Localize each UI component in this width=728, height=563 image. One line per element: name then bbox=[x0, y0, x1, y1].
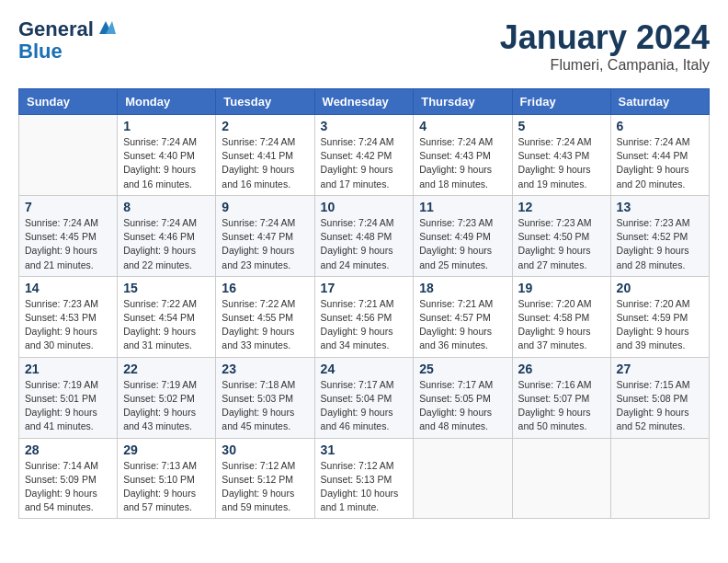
day-cell: 30Sunrise: 7:12 AM Sunset: 5:12 PM Dayli… bbox=[216, 438, 314, 519]
day-cell: 8Sunrise: 7:24 AM Sunset: 4:46 PM Daylig… bbox=[118, 195, 216, 276]
day-cell: 1Sunrise: 7:24 AM Sunset: 4:40 PM Daylig… bbox=[118, 115, 216, 196]
day-number: 1 bbox=[123, 119, 210, 133]
day-info: Sunrise: 7:17 AM Sunset: 5:05 PM Dayligh… bbox=[419, 378, 506, 434]
location: Flumeri, Campania, Italy bbox=[500, 57, 710, 74]
weekday-header-row: SundayMondayTuesdayWednesdayThursdayFrid… bbox=[19, 89, 710, 115]
day-cell: 16Sunrise: 7:22 AM Sunset: 4:55 PM Dayli… bbox=[216, 276, 314, 357]
day-info: Sunrise: 7:24 AM Sunset: 4:42 PM Dayligh… bbox=[321, 135, 408, 191]
weekday-header-saturday: Saturday bbox=[610, 89, 709, 115]
day-info: Sunrise: 7:24 AM Sunset: 4:43 PM Dayligh… bbox=[419, 135, 506, 191]
day-number: 13 bbox=[617, 200, 703, 214]
day-number: 10 bbox=[321, 200, 408, 214]
day-cell: 13Sunrise: 7:23 AM Sunset: 4:52 PM Dayli… bbox=[610, 195, 709, 276]
day-number: 5 bbox=[518, 119, 605, 133]
day-cell: 3Sunrise: 7:24 AM Sunset: 4:42 PM Daylig… bbox=[314, 115, 414, 196]
day-cell: 26Sunrise: 7:16 AM Sunset: 5:07 PM Dayli… bbox=[512, 357, 610, 438]
logo-text: General bbox=[18, 18, 94, 40]
day-info: Sunrise: 7:24 AM Sunset: 4:46 PM Dayligh… bbox=[123, 216, 210, 272]
day-cell: 10Sunrise: 7:24 AM Sunset: 4:48 PM Dayli… bbox=[314, 195, 414, 276]
day-info: Sunrise: 7:24 AM Sunset: 4:41 PM Dayligh… bbox=[222, 135, 308, 191]
day-info: Sunrise: 7:24 AM Sunset: 4:40 PM Dayligh… bbox=[123, 135, 210, 191]
day-info: Sunrise: 7:24 AM Sunset: 4:43 PM Dayligh… bbox=[518, 135, 605, 191]
week-row-5: 28Sunrise: 7:14 AM Sunset: 5:09 PM Dayli… bbox=[19, 438, 710, 519]
day-number: 14 bbox=[25, 281, 111, 295]
day-info: Sunrise: 7:14 AM Sunset: 5:09 PM Dayligh… bbox=[25, 459, 111, 515]
weekday-header-thursday: Thursday bbox=[414, 89, 512, 115]
day-info: Sunrise: 7:18 AM Sunset: 5:03 PM Dayligh… bbox=[222, 378, 308, 434]
day-cell bbox=[19, 115, 118, 196]
day-info: Sunrise: 7:22 AM Sunset: 4:54 PM Dayligh… bbox=[123, 297, 210, 353]
day-info: Sunrise: 7:23 AM Sunset: 4:52 PM Dayligh… bbox=[617, 216, 703, 272]
day-number: 2 bbox=[222, 119, 308, 133]
day-info: Sunrise: 7:13 AM Sunset: 5:10 PM Dayligh… bbox=[123, 459, 210, 515]
day-number: 29 bbox=[123, 442, 210, 457]
day-cell: 23Sunrise: 7:18 AM Sunset: 5:03 PM Dayli… bbox=[216, 357, 314, 438]
day-number: 11 bbox=[419, 200, 506, 214]
day-info: Sunrise: 7:20 AM Sunset: 4:59 PM Dayligh… bbox=[617, 297, 703, 353]
day-info: Sunrise: 7:17 AM Sunset: 5:04 PM Dayligh… bbox=[321, 378, 408, 434]
day-info: Sunrise: 7:24 AM Sunset: 4:47 PM Dayligh… bbox=[222, 216, 308, 272]
logo-icon bbox=[96, 17, 116, 38]
day-number: 19 bbox=[518, 281, 605, 295]
day-info: Sunrise: 7:24 AM Sunset: 4:45 PM Dayligh… bbox=[25, 216, 111, 272]
day-number: 9 bbox=[222, 200, 308, 214]
week-row-1: 1Sunrise: 7:24 AM Sunset: 4:40 PM Daylig… bbox=[19, 115, 710, 196]
day-cell: 28Sunrise: 7:14 AM Sunset: 5:09 PM Dayli… bbox=[19, 438, 118, 519]
day-number: 31 bbox=[321, 442, 408, 457]
day-number: 20 bbox=[617, 281, 703, 295]
day-info: Sunrise: 7:24 AM Sunset: 4:48 PM Dayligh… bbox=[321, 216, 408, 272]
day-number: 16 bbox=[222, 281, 308, 295]
day-cell: 22Sunrise: 7:19 AM Sunset: 5:02 PM Dayli… bbox=[118, 357, 216, 438]
day-number: 8 bbox=[123, 200, 210, 214]
day-info: Sunrise: 7:19 AM Sunset: 5:01 PM Dayligh… bbox=[25, 378, 111, 434]
day-cell bbox=[512, 438, 610, 519]
day-cell: 7Sunrise: 7:24 AM Sunset: 4:45 PM Daylig… bbox=[19, 195, 118, 276]
day-info: Sunrise: 7:23 AM Sunset: 4:50 PM Dayligh… bbox=[518, 216, 605, 272]
day-cell: 19Sunrise: 7:20 AM Sunset: 4:58 PM Dayli… bbox=[512, 276, 610, 357]
logo: General Blue bbox=[18, 18, 116, 63]
day-info: Sunrise: 7:20 AM Sunset: 4:58 PM Dayligh… bbox=[518, 297, 605, 353]
day-cell: 31Sunrise: 7:12 AM Sunset: 5:13 PM Dayli… bbox=[314, 438, 414, 519]
day-cell: 14Sunrise: 7:23 AM Sunset: 4:53 PM Dayli… bbox=[19, 276, 118, 357]
weekday-header-sunday: Sunday bbox=[19, 89, 118, 115]
day-info: Sunrise: 7:21 AM Sunset: 4:56 PM Dayligh… bbox=[321, 297, 408, 353]
day-number: 3 bbox=[321, 119, 408, 133]
day-info: Sunrise: 7:12 AM Sunset: 5:13 PM Dayligh… bbox=[321, 459, 408, 515]
day-cell: 11Sunrise: 7:23 AM Sunset: 4:49 PM Dayli… bbox=[414, 195, 512, 276]
day-number: 7 bbox=[25, 200, 111, 214]
day-cell: 27Sunrise: 7:15 AM Sunset: 5:08 PM Dayli… bbox=[610, 357, 709, 438]
page-header: General Blue January 2024 Flumeri, Campa… bbox=[18, 18, 710, 74]
week-row-2: 7Sunrise: 7:24 AM Sunset: 4:45 PM Daylig… bbox=[19, 195, 710, 276]
day-number: 18 bbox=[419, 281, 506, 295]
day-cell: 6Sunrise: 7:24 AM Sunset: 4:44 PM Daylig… bbox=[610, 115, 709, 196]
day-cell: 9Sunrise: 7:24 AM Sunset: 4:47 PM Daylig… bbox=[216, 195, 314, 276]
day-number: 12 bbox=[518, 200, 605, 214]
day-number: 27 bbox=[617, 362, 703, 376]
day-info: Sunrise: 7:23 AM Sunset: 4:53 PM Dayligh… bbox=[25, 297, 111, 353]
day-number: 6 bbox=[617, 119, 703, 133]
day-cell: 25Sunrise: 7:17 AM Sunset: 5:05 PM Dayli… bbox=[414, 357, 512, 438]
day-info: Sunrise: 7:12 AM Sunset: 5:12 PM Dayligh… bbox=[222, 459, 308, 515]
day-info: Sunrise: 7:24 AM Sunset: 4:44 PM Dayligh… bbox=[617, 135, 703, 191]
week-row-3: 14Sunrise: 7:23 AM Sunset: 4:53 PM Dayli… bbox=[19, 276, 710, 357]
day-number: 15 bbox=[123, 281, 210, 295]
day-cell: 24Sunrise: 7:17 AM Sunset: 5:04 PM Dayli… bbox=[314, 357, 414, 438]
day-number: 30 bbox=[222, 442, 308, 457]
weekday-header-tuesday: Tuesday bbox=[216, 89, 314, 115]
day-cell: 2Sunrise: 7:24 AM Sunset: 4:41 PM Daylig… bbox=[216, 115, 314, 196]
calendar-table: SundayMondayTuesdayWednesdayThursdayFrid… bbox=[18, 88, 710, 519]
day-cell: 17Sunrise: 7:21 AM Sunset: 4:56 PM Dayli… bbox=[314, 276, 414, 357]
day-number: 28 bbox=[25, 442, 111, 457]
day-cell: 21Sunrise: 7:19 AM Sunset: 5:01 PM Dayli… bbox=[19, 357, 118, 438]
day-cell: 4Sunrise: 7:24 AM Sunset: 4:43 PM Daylig… bbox=[414, 115, 512, 196]
day-info: Sunrise: 7:19 AM Sunset: 5:02 PM Dayligh… bbox=[123, 378, 210, 434]
day-info: Sunrise: 7:16 AM Sunset: 5:07 PM Dayligh… bbox=[518, 378, 605, 434]
day-cell: 5Sunrise: 7:24 AM Sunset: 4:43 PM Daylig… bbox=[512, 115, 610, 196]
weekday-header-friday: Friday bbox=[512, 89, 610, 115]
day-info: Sunrise: 7:15 AM Sunset: 5:08 PM Dayligh… bbox=[617, 378, 703, 434]
day-number: 22 bbox=[123, 362, 210, 376]
weekday-header-wednesday: Wednesday bbox=[314, 89, 414, 115]
day-cell: 29Sunrise: 7:13 AM Sunset: 5:10 PM Dayli… bbox=[118, 438, 216, 519]
day-number: 24 bbox=[321, 362, 408, 376]
month-title: January 2024 bbox=[500, 18, 710, 57]
